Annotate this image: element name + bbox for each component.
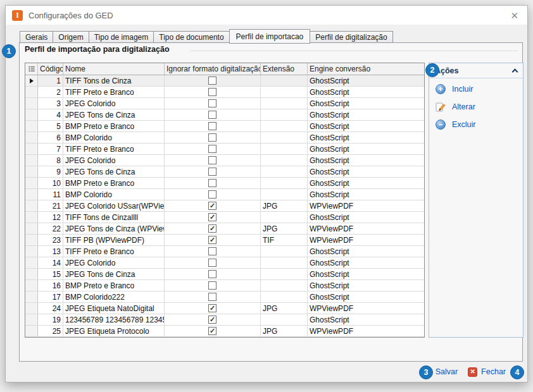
table-row[interactable]: 2TIFF Preto e BrancoGhostScript [25,87,424,98]
table-row[interactable]: 11BMP ColoridoGhostScript [25,189,424,200]
ignorar-checkbox[interactable]: ✓ [208,202,216,210]
ignorar-checkbox[interactable] [208,179,216,187]
tab-origem[interactable]: Origem [53,31,89,43]
cell-ignorar: ✓ [165,314,261,325]
table-row[interactable]: 19123456789 123456789 1234567✓GhostScrip… [25,314,424,326]
ignorar-checkbox[interactable] [208,77,216,85]
ignorar-checkbox[interactable] [208,247,216,255]
window-close-icon[interactable]: ✕ [508,9,521,21]
table-row[interactable]: 4JPEG Tons de CinzaGhostScript [25,109,424,121]
cell-ignorar [165,132,261,143]
ignorar-checkbox[interactable] [208,111,216,119]
ignorar-checkbox[interactable] [208,133,216,142]
cell-nome: BMP Colorido [63,132,165,143]
profiles-table: Código Nome Ignorar formato digitalizaçã… [25,63,425,338]
table-row[interactable]: 3JPEG ColoridoGhostScript [25,98,424,109]
table-row[interactable]: 10BMP Preto e BrancoGhostScript [25,178,424,189]
alterar-button[interactable]: Alterar [429,100,523,114]
ignorar-checkbox[interactable] [208,270,216,278]
row-indicator [25,326,38,336]
actions-panel-header[interactable]: Ações [429,63,523,78]
tab-tipo-de-documento[interactable]: Tipo de documento [153,31,229,43]
titlebar: I Configurações do GED ✕ [6,6,527,25]
ignorar-checkbox[interactable]: ✓ [208,224,216,233]
ignorar-checkbox[interactable] [208,293,216,301]
table-row[interactable]: 13TIFF Preto e BrancoGhostScript [25,246,424,257]
table-row[interactable]: 24JPEG Etiqueta NatoDigital✓JPGWPViewPDF [25,303,424,314]
column-options-icon[interactable] [25,63,38,75]
current-row-arrow-icon [30,78,34,83]
cell-engine: GhostScript [308,166,424,177]
table-row[interactable]: 6BMP ColoridoGhostScript [25,132,424,144]
header-engine[interactable]: Engine conversão [308,63,424,75]
ignorar-checkbox[interactable] [208,190,216,199]
ignorar-checkbox[interactable] [208,281,216,290]
cell-engine: GhostScript [308,257,424,268]
window-title: Configurações do GED [28,11,113,20]
cell-nome: BMP Preto e Branco [63,121,165,132]
header-ignorar[interactable]: Ignorar formato digitalização [165,63,261,75]
ignorar-checkbox[interactable] [208,99,216,107]
ignorar-checkbox[interactable]: ✓ [208,327,216,335]
table-row[interactable]: 7TIFF Preto e BrancoGhostScript [25,144,424,155]
header-codigo[interactable]: Código [38,63,63,75]
tab-perfil-de-digitalizacao[interactable]: Perfil de digitalização [310,31,392,43]
cell-codigo: 22 [38,223,63,234]
table-row[interactable]: 15JPEG Tons de CinzaGhostScript [25,269,424,280]
table-row[interactable]: 22JPEG Tons de Cinza (WPViewPDF✓JPGWPVie… [25,223,424,235]
cell-extensao [261,246,308,257]
row-indicator [25,235,38,245]
cell-ignorar: ✓ [165,303,261,314]
cell-extensao [261,257,308,268]
cell-ignorar [165,144,261,154]
cell-ignorar: ✓ [165,326,261,336]
ignorar-checkbox[interactable] [208,259,216,267]
incluir-button[interactable]: + Incluir [429,82,523,96]
header-nome[interactable]: Nome [63,63,165,75]
ignorar-checkbox[interactable] [208,145,216,153]
cell-ignorar [165,246,261,257]
row-indicator [25,314,38,325]
cell-codigo: 7 [38,144,63,154]
ignorar-checkbox[interactable] [208,88,216,96]
cell-engine: GhostScript [308,269,424,279]
cell-engine: WPViewPDF [308,200,424,211]
table-row[interactable]: 8JPEG ColoridoGhostScript [25,155,424,166]
table-row[interactable]: 17BMP Colorido222GhostScript [25,291,424,303]
table-row[interactable]: 9JPEG Tons de CinzaGhostScript [25,166,424,178]
fechar-button[interactable]: ✕ Fechar [468,367,506,377]
cell-ignorar [165,189,261,200]
tab-gerais[interactable]: Gerais [20,31,53,43]
cell-nome: TIFF Tons de Cinzallll [63,212,165,223]
row-indicator [25,246,38,257]
tab-tipo-de-imagem[interactable]: Tipo de imagem [89,31,154,43]
table-row[interactable]: 14JPEG ColoridoGhostScript [25,257,424,269]
cell-ignorar [165,109,261,120]
excluir-button[interactable]: − Excluir [429,118,523,132]
table-row[interactable]: 5BMP Preto e BrancoGhostScript [25,121,424,132]
cell-extensao [261,75,308,86]
tab-perfil-de-importacao[interactable]: Perfil de importacao [229,29,311,44]
cell-ignorar: ✓ [165,212,261,223]
table-row[interactable]: 16BMP Preto e BrancoGhostScript [25,280,424,291]
chevron-up-icon[interactable] [512,69,518,75]
table-row[interactable]: 21JPEG Colorido USsar(WPViewPDF✓JPGWPVie… [25,200,424,212]
table-row[interactable]: 1TIFF Tons de CinzaGhostScript [25,75,424,87]
table-row[interactable]: 12TIFF Tons de Cinzallll✓GhostScript [25,212,424,223]
header-extensao[interactable]: Extensão [261,63,308,75]
cell-ignorar: ✓ [165,223,261,234]
tab-bar: Gerais Origem Tipo de imagem Tipo de doc… [20,29,392,43]
row-indicator [25,98,38,109]
ignorar-checkbox[interactable] [208,156,216,164]
table-row[interactable]: 23TIFF PB (WPViewPDF)✓TIFWPViewPDF [25,235,424,246]
ignorar-checkbox[interactable]: ✓ [208,213,216,221]
ignorar-checkbox[interactable]: ✓ [208,315,216,324]
ignorar-checkbox[interactable] [208,168,216,176]
ignorar-checkbox[interactable]: ✓ [208,304,216,312]
table-row[interactable]: 25JPEG Etiqueta Protocolo✓JPGWPViewPDF [25,326,424,337]
ignorar-checkbox[interactable] [208,122,216,130]
cell-codigo: 23 [38,235,63,245]
cell-codigo: 8 [38,155,63,166]
ignorar-checkbox[interactable]: ✓ [208,236,216,244]
annotation-badge-4: 4 [510,365,524,379]
